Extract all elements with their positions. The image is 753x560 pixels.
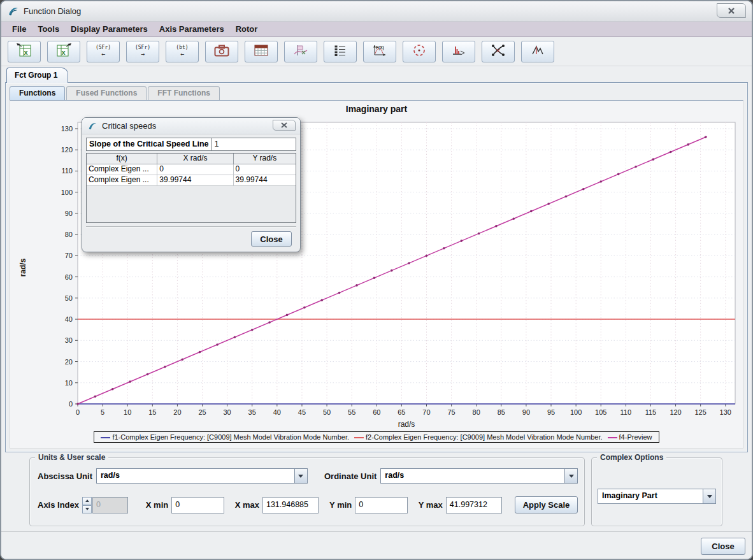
excel-export-icon: x xyxy=(55,43,73,60)
menu-file[interactable]: File xyxy=(6,23,32,35)
svg-text:95: 95 xyxy=(547,408,555,416)
tab-fct-group-1[interactable]: Fct Group 1 xyxy=(6,68,68,83)
legend-label: f4-Preview xyxy=(619,433,652,441)
menu-axis-parameters[interactable]: Axis Parameters xyxy=(154,23,230,35)
ymin-label: Y min xyxy=(329,500,352,510)
toolbar-data-table-button[interactable] xyxy=(245,41,278,62)
menu-display-parameters[interactable]: Display Parameters xyxy=(65,23,154,35)
tab-functions[interactable]: Functions xyxy=(10,86,65,100)
axis-index-down-button[interactable] xyxy=(82,505,92,513)
toolbar-sfr-shift-right-button[interactable]: (SFr)→ xyxy=(126,41,159,62)
toolbar-polar-circle-button[interactable] xyxy=(403,41,436,62)
svg-text:15: 15 xyxy=(148,408,156,416)
app-icon xyxy=(88,122,97,131)
function-tabs: FunctionsFused FunctionsFFT Functions xyxy=(6,83,747,100)
table-header-row: f(x)X rad/sY rad/s xyxy=(87,154,296,164)
svg-text:35: 35 xyxy=(248,408,256,416)
ordinate-unit-select[interactable]: rad/s xyxy=(380,468,578,484)
axis-index-up-button[interactable] xyxy=(82,497,92,505)
excel-import-icon: x xyxy=(15,43,33,60)
toolbar-snapshot-camera-button[interactable] xyxy=(205,41,238,62)
table-cell: 0 xyxy=(234,164,296,175)
critical-dialog-title: Critical speeds xyxy=(102,121,156,131)
menu-rotor[interactable]: Rotor xyxy=(230,23,264,35)
toolbar-bt-shift-left-button[interactable]: (bt)← xyxy=(166,41,199,62)
table-row[interactable]: Complex Eigen ...00 xyxy=(87,164,296,175)
complex-part-select[interactable]: Imaginary Part xyxy=(598,489,716,504)
snapshot-camera-icon xyxy=(214,45,229,59)
svg-text:30: 30 xyxy=(65,336,73,344)
critical-dialog-close-action-button[interactable]: Close xyxy=(251,231,292,247)
scale-row: Axis Index 0 X min 0 X max 131.946885 Y … xyxy=(38,496,578,513)
tab-fft-functions[interactable]: FFT Functions xyxy=(148,86,220,100)
x-axis-label: rad/s xyxy=(398,420,415,429)
svg-text:25: 25 xyxy=(198,408,206,416)
units-user-scale-group: Units & User scale Abscissa Unit rad/s O… xyxy=(29,457,585,526)
table-cell: 39.99744 xyxy=(157,175,233,186)
svg-text:x: x xyxy=(62,48,66,56)
complex-dropdown-button[interactable] xyxy=(703,489,715,503)
column-header-x-rad-s: X rad/s xyxy=(157,154,233,164)
slope-label: Slope of the Critical Speed Line xyxy=(87,138,212,150)
toolbar-peaks-plot-button[interactable] xyxy=(442,41,475,62)
axis-index-label: Axis Index xyxy=(38,500,79,510)
svg-text:50: 50 xyxy=(323,408,331,416)
svg-text:60: 60 xyxy=(373,408,380,416)
toolbar-crossing-curves-button[interactable] xyxy=(482,41,515,62)
table-row[interactable]: Complex Eigen ...39.9974439.99744 xyxy=(87,175,296,186)
critical-dialog-body: Slope of the Critical Speed Line 1 f(x)X… xyxy=(82,134,300,252)
close-icon xyxy=(281,122,287,128)
svg-text:115: 115 xyxy=(645,408,657,416)
abscissa-unit-select[interactable]: rad/s xyxy=(96,468,308,484)
toolbar-flag-plot-button[interactable] xyxy=(284,41,317,62)
legend-item-f4-preview: f4-Preview xyxy=(608,433,652,441)
table-cell: 39.99744 xyxy=(234,175,296,186)
svg-text:70: 70 xyxy=(65,252,73,259)
window-titlebar[interactable]: Function Dialog xyxy=(1,1,752,22)
abscissa-dropdown-button[interactable] xyxy=(294,469,307,483)
menu-tools[interactable]: Tools xyxy=(32,23,65,35)
toolbar-function-list-button[interactable] xyxy=(324,41,357,62)
slope-input[interactable]: 1 xyxy=(212,138,296,150)
critical-dialog-close-button[interactable] xyxy=(273,120,296,131)
toolbar-excel-export-button[interactable]: x xyxy=(47,41,80,62)
svg-text:80: 80 xyxy=(473,408,480,416)
svg-text:110: 110 xyxy=(61,167,73,175)
chart-legend: f1-Complex Eigen Frequency: [C9009] Mesh… xyxy=(94,431,659,443)
table-cell: 0 xyxy=(157,164,233,175)
close-icon xyxy=(728,8,735,14)
legend-item-f2-complex: f2-Complex Eigen Frequency: [C9009] Mesh… xyxy=(354,433,603,441)
tab-fused-functions[interactable]: Fused Functions xyxy=(66,86,147,100)
svg-text:20: 20 xyxy=(173,408,181,416)
svg-text:40: 40 xyxy=(65,315,73,323)
fx-plot-icon: F(X) xyxy=(371,43,388,59)
svg-text:10: 10 xyxy=(124,408,131,416)
critical-dialog-titlebar[interactable]: Critical speeds xyxy=(82,118,300,134)
window-close-button[interactable] xyxy=(717,3,746,18)
crossing-curves-icon xyxy=(491,44,506,59)
toolbar-peak-curve-button[interactable] xyxy=(521,41,554,62)
table-empty-area xyxy=(87,186,296,222)
ymax-input[interactable]: 41.997312 xyxy=(446,497,502,513)
units-group-title: Units & User scale xyxy=(35,453,108,462)
xmin-input[interactable]: 0 xyxy=(171,497,224,513)
xmax-input[interactable]: 131.946885 xyxy=(262,497,319,513)
column-header-f-x: f(x) xyxy=(87,154,157,164)
svg-text:125: 125 xyxy=(694,408,706,416)
toolbar-excel-import-button[interactable]: x xyxy=(8,41,41,62)
toolbar-fx-plot-button[interactable]: F(X) xyxy=(363,41,396,62)
apply-scale-button[interactable]: Apply Scale xyxy=(515,496,578,513)
svg-text:F(X): F(X) xyxy=(376,45,384,50)
ymin-input[interactable]: 0 xyxy=(355,497,407,513)
peak-curve-icon xyxy=(530,44,545,59)
svg-text:130: 130 xyxy=(61,125,73,133)
legend-label: f1-Complex Eigen Frequency: [C9009] Mesh… xyxy=(112,433,349,441)
axis-index-field: 0 xyxy=(92,497,128,513)
toolbar-sfr-shift-left-button[interactable]: (SFr)← xyxy=(87,41,120,62)
legend-line-swatch xyxy=(608,437,617,438)
dialog-close-button[interactable]: Close xyxy=(701,538,745,555)
chevron-down-icon xyxy=(298,475,303,478)
svg-text:100: 100 xyxy=(570,408,582,416)
ordinate-dropdown-button[interactable] xyxy=(564,469,577,483)
svg-text:10: 10 xyxy=(65,379,73,387)
